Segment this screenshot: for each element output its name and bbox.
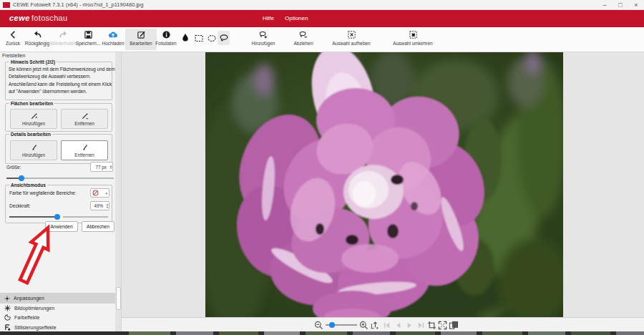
- detail-add-button[interactable]: Hinzufügen: [10, 140, 57, 160]
- area-remove-button[interactable]: Entfernen: [61, 109, 108, 129]
- hint-box: Hinweis Schritt (2/2) Sie können jetzt m…: [5, 62, 112, 100]
- menu-hilfe[interactable]: Hilfe: [263, 15, 274, 21]
- minimize-icon[interactable]: –: [597, 0, 613, 10]
- app-icon: [3, 2, 10, 8]
- zoom-in-button[interactable]: [358, 320, 369, 330]
- sidebar-scrollbar[interactable]: [115, 52, 121, 335]
- area-edit-group: Flächen bearbeiten Hinzufügen Entfernen: [5, 103, 112, 132]
- undo-icon: [33, 30, 42, 39]
- freehand-tool[interactable]: [179, 31, 191, 45]
- photo-data-button[interactable]: Fotodaten: [151, 29, 181, 50]
- nav-last-icon: [417, 321, 425, 329]
- window-title: CEWE Fotowelt 7.3.1 (x64) - riroo7nd_1_p…: [13, 1, 143, 8]
- titlebar: CEWE Fotowelt 7.3.1 (x64) - riroo7nd_1_p…: [0, 0, 644, 10]
- accordion-bildoptimierungen[interactable]: Bildoptimierungen: [0, 304, 116, 314]
- zoom-out-button[interactable]: [313, 320, 323, 330]
- deselect-button[interactable]: Auswahl aufheben: [329, 29, 374, 50]
- rect-select-tool[interactable]: [192, 31, 205, 45]
- chevron-down-icon: ▾: [105, 191, 107, 195]
- save-icon: [84, 30, 93, 39]
- brush-minus-icon: [81, 144, 89, 152]
- color-label: Farbe für wegfallende Bereiche:: [9, 190, 76, 195]
- no-color-icon: [92, 190, 99, 196]
- spinner-arrows-icon[interactable]: ▴▾: [107, 202, 108, 210]
- cloud-upload-icon: [108, 30, 118, 39]
- lasso-icon: [219, 33, 229, 43]
- lasso-minus-icon: [298, 30, 308, 39]
- redo-icon: [59, 30, 68, 39]
- crop-button[interactable]: [426, 320, 436, 330]
- sidebar-scrollbar-thumb[interactable]: [116, 287, 121, 310]
- detail-remove-button[interactable]: Entfernen: [61, 140, 108, 160]
- export-up-icon: [370, 321, 379, 330]
- invert-selection-icon: [409, 30, 418, 39]
- nav-prev-button: [393, 320, 403, 330]
- lasso-tool[interactable]: [218, 31, 230, 45]
- upload-button[interactable]: Hochladen: [98, 29, 128, 50]
- hint-line: Anschließend kann die Freistellung mit e…: [9, 81, 114, 88]
- selection-add-button[interactable]: Hinzufügen: [247, 29, 280, 50]
- opacity-spinner[interactable]: 49% ▴▾: [90, 201, 109, 210]
- color-dropdown[interactable]: ▾: [90, 188, 109, 198]
- view-mode-title: Ansichtsmodus: [9, 183, 47, 188]
- compare-button[interactable]: [449, 320, 459, 330]
- marquee-ellipse-icon: [207, 33, 217, 43]
- area-edit-title: Flächen bearbeiten: [9, 101, 54, 106]
- wand-plus-icon: [30, 112, 38, 120]
- export-button[interactable]: [369, 320, 379, 330]
- opacity-slider[interactable]: [9, 213, 108, 220]
- deselect-icon: [347, 30, 356, 39]
- nav-prev-icon: [394, 321, 402, 329]
- tulip-photo[interactable]: [205, 52, 563, 317]
- ink-blob-icon: [181, 33, 190, 43]
- crop-icon: [427, 321, 436, 330]
- ellipse-select-tool[interactable]: [205, 31, 218, 45]
- opacity-label: Deckkraft:: [9, 203, 31, 208]
- invert-selection-button[interactable]: Auswahl umkehren: [389, 29, 436, 50]
- hint-title: Hinweis Schritt (2/2): [9, 59, 57, 64]
- edit-icon: [137, 30, 146, 39]
- brand-bar: cewe fotoschau Hilfe Optionen: [0, 10, 644, 27]
- filmstrip[interactable]: [0, 331, 644, 335]
- zoom-toolbar: [122, 317, 644, 331]
- opacity-slider-knob[interactable]: [54, 214, 60, 220]
- product-name: fotoschau: [31, 14, 67, 22]
- info-icon: [162, 30, 171, 39]
- nav-first-button: [381, 320, 391, 330]
- selection-subtract-button[interactable]: Abziehen: [289, 29, 318, 50]
- view-mode-group: Ansichtsmodus Farbe für wegfallende Bere…: [5, 185, 112, 223]
- cancel-button[interactable]: Abbrechen: [82, 221, 114, 232]
- palette-icon: [4, 314, 11, 321]
- wand-minus-icon: [81, 112, 89, 120]
- size-slider[interactable]: [6, 175, 114, 181]
- maximize-icon[interactable]: □: [613, 0, 628, 10]
- sparkle-icon: [4, 305, 11, 311]
- stylize-icon: [4, 324, 11, 331]
- freistellen-panel: Freistellen Hinweis Schritt (2/2) Sie kö…: [0, 52, 122, 335]
- close-icon[interactable]: ×: [628, 0, 644, 10]
- zoom-in-icon: [359, 321, 369, 330]
- marquee-rect-icon: [194, 33, 204, 43]
- panel-title: Freistellen: [2, 53, 25, 58]
- size-spinner[interactable]: 77 px ▴▾: [90, 162, 113, 172]
- nav-first-icon: [383, 321, 391, 329]
- fullscreen-button[interactable]: [437, 320, 447, 330]
- adjust-icon: [4, 296, 10, 301]
- fullscreen-icon: [438, 321, 447, 330]
- annotation-arrow: [11, 224, 61, 290]
- photo-canvas: [122, 52, 644, 317]
- accordion-stilisierungseffekte[interactable]: Stilisierungseffekte: [0, 323, 116, 333]
- accordion-anpassungen[interactable]: Anpassungen: [0, 293, 116, 304]
- cewe-logo: cewe: [9, 14, 30, 22]
- size-slider-knob[interactable]: [19, 175, 24, 181]
- zoom-slider-knob[interactable]: [329, 322, 335, 328]
- accordion-farbeffekte[interactable]: Farbeffekte: [0, 313, 116, 323]
- menu-optionen[interactable]: Optionen: [285, 15, 308, 21]
- size-label: Größe:: [6, 165, 21, 170]
- hint-line: Sie können jetzt mit dem Flächenwerkzeug…: [9, 66, 114, 73]
- area-add-button[interactable]: Hinzufügen: [10, 109, 57, 129]
- apply-button[interactable]: Anwenden: [45, 221, 78, 232]
- spinner-arrows-icon[interactable]: ▴▾: [110, 162, 112, 171]
- lasso-plus-icon: [258, 30, 268, 39]
- main-toolbar: Zurück Rückgängig Wiederholen Speichern.…: [0, 27, 644, 52]
